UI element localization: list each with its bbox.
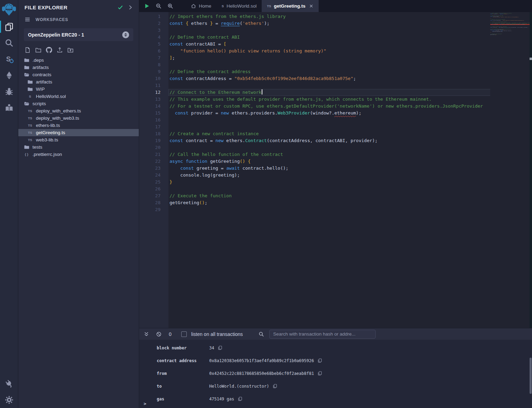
code-line[interactable]: const contract = new ethers.Contract(con… — [168, 137, 532, 144]
zoom-out-button[interactable] — [156, 3, 162, 9]
code-line[interactable]: const provider = new ethers.providers.We… — [168, 110, 532, 117]
workspace-select[interactable]: OpenZeppelin ERC20 - 1 — [24, 28, 133, 41]
code-line[interactable]: // For a testnet or custom RPC, use ethe… — [168, 103, 532, 110]
code-line[interactable] — [168, 186, 532, 192]
tree-item-web3-lib.ts[interactable]: TSweb3-lib.ts — [18, 136, 139, 143]
create-folder-button[interactable] — [35, 47, 41, 53]
tree-item-label: deploy_with_ethers.ts — [36, 108, 81, 113]
code-line[interactable]: // Define the contract ABI — [168, 34, 532, 41]
code-line[interactable]: "function hello() public view returns (s… — [168, 48, 532, 54]
tree-item-deploy_with_web3.ts[interactable]: TSdeploy_with_web3.ts — [18, 115, 139, 122]
scrollbar-thumb[interactable] — [530, 58, 532, 60]
tree-item-artifacts[interactable]: artifacts — [18, 64, 139, 71]
tree-item-getGreeting.ts[interactable]: TSgetGreeting.ts — [18, 129, 139, 136]
code-line[interactable]: // Execute the function — [168, 192, 532, 199]
code-line[interactable]: // Connect to the Ethereum network — [168, 89, 532, 96]
tree-item-.deps[interactable]: .deps — [18, 57, 139, 64]
close-tab-button[interactable] — [309, 4, 313, 8]
code-line[interactable]: // Call the hello function of the contra… — [168, 151, 532, 158]
tree-item-.prettierrc.json[interactable]: { }.prettierrc.json — [18, 151, 139, 158]
code-line[interactable]: // Create a new contract instance — [168, 130, 532, 137]
zoom-in-button[interactable] — [167, 3, 173, 9]
code-line[interactable]: // This example uses the default provide… — [168, 96, 532, 103]
terminal-clear-button[interactable] — [156, 331, 162, 337]
tab-getGreeting.ts[interactable]: TSgetGreeting.ts — [262, 0, 319, 12]
remix-ide-app: S FILE EXPLORER WORKSPACES OpenZeppelin … — [0, 0, 532, 408]
code-line[interactable] — [168, 117, 532, 123]
debugger-button[interactable] — [0, 83, 18, 100]
code-line[interactable] — [168, 61, 532, 68]
code-line[interactable] — [168, 82, 532, 89]
code-line[interactable] — [168, 144, 532, 151]
code-line[interactable] — [168, 27, 532, 34]
hamburger-icon[interactable] — [25, 17, 30, 22]
terminal-row-value: HelloWorld.(constructor) — [209, 384, 269, 389]
file-explorer-button[interactable] — [0, 19, 18, 35]
folder-icon — [24, 145, 29, 150]
tree-item-HelloWorld.sol[interactable]: SHelloWorld.sol — [18, 93, 139, 100]
tree-item-tests[interactable]: tests — [18, 143, 139, 151]
terminal-prompt[interactable]: > — [144, 401, 146, 406]
terminal-row-from: from0x42452c22c88178685850e68beb6cf0f2ae… — [139, 367, 532, 380]
code-editor[interactable]: 1234567891011121314151617181920212223242… — [139, 12, 532, 328]
tab-Home[interactable]: Home — [186, 0, 216, 12]
tree-item-deploy_with_ethers.ts[interactable]: TSdeploy_with_ethers.ts — [18, 107, 139, 115]
run-script-button[interactable] — [144, 3, 150, 9]
listen-transactions-checkbox[interactable] — [181, 331, 187, 337]
terminal-scrollbar[interactable] — [530, 358, 532, 394]
zoom-in-icon — [167, 3, 173, 9]
line-number: 5 — [139, 41, 161, 48]
terminal-collapse-button[interactable] — [144, 331, 149, 337]
typescript-file-icon: TS — [28, 123, 32, 127]
panel-collapse-button[interactable] — [127, 4, 133, 10]
copy-button[interactable] — [273, 384, 277, 388]
code-line[interactable]: const greeting = await contract.hello(); — [168, 165, 532, 172]
tree-item-label: .deps — [32, 58, 44, 63]
tree-item-WIP[interactable]: WIP — [18, 86, 139, 93]
create-file-button[interactable] — [25, 47, 31, 53]
copy-button[interactable] — [238, 397, 242, 401]
code-line[interactable]: const contractABI = [ — [168, 41, 532, 48]
code-line[interactable] — [168, 123, 532, 130]
clone-github-button[interactable] — [46, 47, 52, 53]
typescript-file-icon: TS — [267, 4, 271, 8]
solidity-compiler-button[interactable]: S — [0, 51, 18, 67]
line-number: 21 — [139, 151, 161, 158]
tree-item-label: artifacts — [36, 79, 52, 84]
home-icon — [191, 3, 196, 9]
code-line[interactable]: async function getGreeting() { — [168, 158, 532, 165]
code-line[interactable]: const { ethers } = require('ethers'); — [168, 20, 532, 27]
tree-item-ethers-lib.ts[interactable]: TSethers-lib.ts — [18, 122, 139, 129]
settings-button[interactable] — [0, 392, 18, 408]
minimap[interactable]: // Import ethers from the ethers.js libr… — [490, 12, 530, 328]
copy-button[interactable] — [318, 358, 322, 363]
code-line[interactable]: console.log(greeting); — [168, 172, 532, 179]
search-button[interactable] — [0, 35, 18, 51]
copy-button[interactable] — [218, 346, 222, 350]
code-line[interactable]: // Import ethers from the ethers.js libr… — [168, 13, 532, 20]
upload-folder-button[interactable] — [67, 47, 74, 53]
copy-button[interactable] — [318, 371, 322, 376]
code-line[interactable]: getGreeting(); — [168, 199, 532, 206]
upload-file-button[interactable] — [57, 47, 63, 53]
github-icon — [46, 47, 52, 53]
tree-item-artifacts[interactable]: artifacts — [18, 78, 139, 86]
code-area[interactable]: // Import ethers from the ethers.js libr… — [168, 12, 532, 328]
code-line[interactable]: // Define the contract address — [168, 68, 532, 75]
zoom-out-icon — [156, 3, 162, 9]
terminal-search-input[interactable] — [269, 330, 376, 339]
code-line[interactable]: const contractAddress = "0xb54febb5c0c0f… — [168, 75, 532, 82]
tree-item-scripts[interactable]: scripts — [18, 100, 139, 107]
panel-title: FILE EXPLORER — [25, 4, 113, 10]
folder-icon — [24, 65, 29, 70]
code-line[interactable]: ]; — [168, 54, 532, 61]
transaction-count-badge: 0 — [169, 331, 172, 337]
remix-logo[interactable] — [0, 0, 18, 19]
tree-item-contracts[interactable]: contracts — [18, 71, 139, 78]
code-line[interactable]: } — [168, 179, 532, 186]
learneth-button[interactable] — [0, 100, 18, 116]
tab-HelloWorld.sol[interactable]: SHelloWorld.sol — [216, 0, 262, 12]
plugin-manager-button[interactable] — [0, 376, 18, 392]
code-line[interactable] — [168, 206, 532, 213]
deploy-and-run-button[interactable] — [0, 67, 18, 83]
